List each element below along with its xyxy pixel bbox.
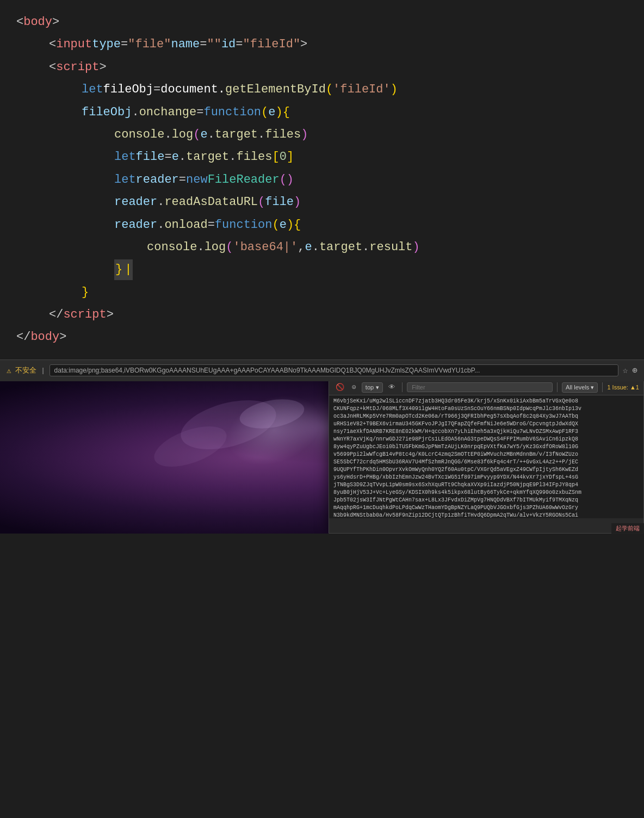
browser-address-bar: ⚠ 不安全 | data:image/png;base64,iVBORw0KGg… bbox=[0, 360, 644, 381]
code-line-script-open: <script> bbox=[0, 56, 644, 78]
separator2 bbox=[557, 382, 558, 392]
top-label: top bbox=[366, 384, 374, 391]
code-line-letfile: let file = e.target.files[0] bbox=[0, 146, 644, 168]
dropdown-icon: ▾ bbox=[376, 384, 379, 391]
bookmark-icon[interactable]: ☆ bbox=[623, 365, 628, 376]
code-line-onload: reader.onload = function(e){ bbox=[0, 214, 644, 236]
devtools-panel: DevTools - 127.0.0.1:8080/ ⊡ ▭ Elements … bbox=[329, 381, 644, 534]
all-levels-label: All levels bbox=[566, 384, 589, 391]
log-levels-select[interactable]: All levels ▾ bbox=[562, 382, 598, 393]
code-line-close-brace-highlight: }| bbox=[0, 258, 644, 281]
browser-icons: ☆ ⊕ bbox=[623, 365, 637, 376]
code-line-close-brace: } bbox=[0, 281, 644, 303]
separator3 bbox=[602, 382, 603, 392]
not-secure-label: 不安全 bbox=[15, 365, 36, 375]
code-line-letreader: let reader = new FileReader() bbox=[0, 169, 644, 191]
issue-badge[interactable]: 1 Issue: ▲1 bbox=[607, 384, 639, 391]
watermark: 起学前端 bbox=[611, 523, 644, 534]
code-editor: <body> <input type="file" name="" id="fi… bbox=[0, 0, 644, 360]
code-line-body-close: </body> bbox=[0, 326, 644, 348]
code-line-console2: console.log('base64|',e.target.result) bbox=[0, 236, 644, 258]
code-line-fileobj: let fileObj = document.getElementById('f… bbox=[0, 78, 644, 101]
console-settings-icon[interactable]: ⊙ bbox=[350, 382, 358, 393]
context-selector[interactable]: top ▾ bbox=[362, 382, 383, 393]
console-output[interactable]: M6vbjSeKxi/uMg2wlSLiccnDF7zjatb3HQ3dr05F… bbox=[329, 395, 643, 518]
watermark-text: 起学前端 bbox=[616, 525, 640, 531]
filter-input[interactable] bbox=[407, 382, 553, 392]
clear-console-icon[interactable]: 🚫 bbox=[333, 382, 346, 393]
warning-icon: ⚠ bbox=[7, 366, 11, 375]
dropdown-icon2: ▾ bbox=[591, 384, 594, 391]
code-line-script-close: </script> bbox=[0, 303, 644, 326]
code-line-console1: console.log(e.target.files) bbox=[0, 123, 644, 146]
code-line-readasdataurl: reader.readAsDataURL(file) bbox=[0, 191, 644, 213]
console-text: M6vbjSeKxi/uMg2wlSLiccnDF7zjatb3HQ3dr05F… bbox=[333, 398, 639, 518]
separator bbox=[402, 382, 403, 392]
code-line-onchange: fileObj.onchange = function(e){ bbox=[0, 101, 644, 123]
image-section: DevTools - 127.0.0.1:8080/ ⊡ ▭ Elements … bbox=[0, 381, 644, 534]
devtools-toolbar: 🚫 ⊙ top ▾ 👁 All levels ▾ 1 Issue: ▲1 bbox=[329, 381, 643, 395]
more-icon[interactable]: ⊕ bbox=[632, 365, 637, 376]
address-bar[interactable]: data:image/png;base64,iVBORw0KGgoAAAANSU… bbox=[49, 364, 618, 376]
code-line-body-open: <body> bbox=[0, 11, 644, 33]
code-line-input: <input type="file" name="" id="fileId"> bbox=[0, 33, 644, 55]
eye-icon[interactable]: 👁 bbox=[386, 382, 398, 393]
